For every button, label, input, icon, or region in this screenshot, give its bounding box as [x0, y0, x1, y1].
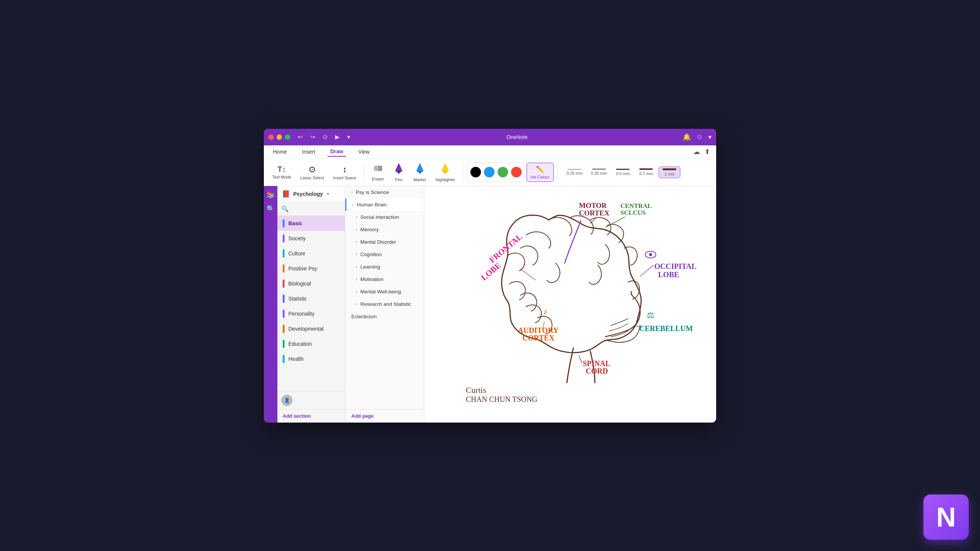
page-motivation-label: Motivation [360, 276, 384, 282]
pen-label: Pen [395, 177, 402, 182]
minimize-button[interactable] [277, 135, 282, 140]
sections-header: 📕 Psychology ▾ [277, 186, 345, 202]
page-eclecticism[interactable]: Eclecticism [345, 310, 424, 323]
forward-button[interactable]: ↪ [309, 133, 317, 141]
page-human-brain[interactable]: › Human Brain [345, 198, 424, 211]
insert-space-label: Insert Space [333, 176, 356, 180]
maximize-button[interactable] [285, 135, 290, 140]
page-memory-label: Memory [360, 227, 379, 232]
close-button[interactable] [268, 135, 274, 140]
stroke-1-line [663, 168, 676, 170]
color-red[interactable] [511, 167, 522, 177]
search-icon[interactable]: 🔍 [281, 206, 289, 212]
eraser-button[interactable]: Eraser [368, 161, 388, 183]
stroke-025-button[interactable]: 0.25 mm [563, 167, 586, 177]
section-personality[interactable]: Personality [277, 306, 345, 321]
section-education[interactable]: Education [277, 336, 345, 351]
section-education-label: Education [288, 341, 312, 347]
page-social-label: Social interaction [360, 214, 399, 220]
smiley-icon[interactable]: ☺ [696, 133, 703, 141]
auditory-cortex-label1: AUDITORY [518, 326, 558, 335]
menu-insert[interactable]: Insert [299, 147, 318, 156]
page-social-interaction[interactable]: › Social interaction [345, 211, 424, 223]
page-memory[interactable]: › Memory [345, 223, 424, 236]
color-green[interactable] [498, 167, 508, 177]
lasso-label: Lasso Select [301, 176, 324, 180]
menu-home[interactable]: Home [270, 147, 290, 156]
separator-3 [557, 163, 558, 181]
nav-forward2-button[interactable]: ▶ [334, 133, 341, 141]
section-biological[interactable]: Biological [277, 276, 345, 291]
section-society-label: Society [288, 235, 306, 241]
sections-list: Basic Society Culture Positive Psy Biolo… [277, 216, 345, 391]
bell-icon[interactable]: 🔔 [682, 133, 691, 141]
add-section-button[interactable]: Add section [277, 409, 345, 422]
color-palette [467, 162, 525, 182]
section-biological-label: Biological [288, 281, 311, 287]
signature-name: Curtis [466, 385, 538, 395]
page-chevron-1: › [351, 189, 353, 195]
lasso-select-button[interactable]: ⊙ Lasso Select [297, 162, 328, 182]
back-button[interactable]: ↩ [296, 133, 304, 141]
color-black[interactable] [470, 167, 481, 177]
eraser-label: Eraser [372, 177, 384, 181]
home-button[interactable]: ⊙ [321, 133, 329, 141]
user-avatar[interactable]: 👤 [281, 395, 293, 406]
text-mode-button[interactable]: T↕ Text Mode [268, 163, 295, 181]
stroke-035-button[interactable]: 0.35 mm [588, 167, 611, 177]
page-cognition[interactable]: › Cognition [345, 248, 424, 260]
stroke-035-line [592, 169, 606, 170]
stroke-sizes: 0.25 mm 0.35 mm 0.5 mm 0.7 mm 1 mm [563, 167, 681, 178]
page-mental-disorder[interactable]: › Mental Disorder [345, 236, 424, 248]
stroke-05-button[interactable]: 0.5 mm [612, 167, 633, 178]
section-developmental[interactable]: Developmental [277, 321, 345, 336]
title-chevron[interactable]: ▾ [708, 133, 712, 141]
canvas-area[interactable]: FRONTAL LOBE MOTOR CORTEX CENTRAL SCLCUS… [425, 186, 716, 422]
section-culture[interactable]: Culture [277, 246, 345, 261]
motor-cortex-label1: MOTOR [579, 202, 607, 210]
page-chevron-8: › [356, 276, 357, 282]
page-research-statistic[interactable]: › Research and Statistic [345, 298, 424, 310]
section-health-label: Health [288, 356, 304, 362]
section-basic[interactable]: Basic [277, 216, 345, 231]
stroke-025-label: 0.25 mm [566, 171, 583, 176]
highlighter-button[interactable]: Highlighter [431, 160, 459, 184]
toolbar: T↕ Text Mode ⊙ Lasso Select ↕ Insert Spa… [264, 159, 716, 186]
section-personality-label: Personality [288, 311, 314, 317]
page-chevron-9: › [356, 289, 357, 294]
menu-view[interactable]: View [355, 147, 373, 156]
stroke-025-line [568, 169, 581, 170]
stroke-07-button[interactable]: 0.7 mm [635, 167, 657, 178]
page-chevron-5: › [356, 239, 357, 245]
stroke-1-button[interactable]: 1 mm [659, 167, 680, 178]
nav-down-button[interactable]: ▾ [346, 133, 352, 141]
title-bar: ↩ ↪ ⊙ ▶ ▾ OneNote 🔔 ☺ ▾ [264, 129, 716, 145]
onenote-app-icon[interactable]: N [923, 494, 969, 540]
section-health[interactable]: Health [277, 351, 345, 367]
marker-button[interactable]: Marker [410, 160, 430, 184]
notebook-chevron[interactable]: ▾ [327, 191, 329, 197]
pen-button[interactable]: Pen [389, 160, 408, 184]
ink-colour-button[interactable]: ✏️ Ink Colour [527, 163, 554, 182]
share-icon[interactable]: ⬆ [705, 148, 710, 156]
cloud-icon[interactable]: ☁ [693, 148, 700, 156]
section-positive-psy[interactable]: Positive Psy [277, 261, 345, 276]
color-blue[interactable] [484, 167, 495, 177]
page-psy-is-science[interactable]: › Psy is Science [345, 186, 424, 198]
page-mental-wellbeing[interactable]: › Mental Well-being [345, 286, 424, 298]
insert-space-button[interactable]: ↕ Insert Space [329, 162, 360, 182]
page-learning[interactable]: › Learning [345, 260, 424, 273]
section-statistic[interactable]: Statistic [277, 291, 345, 306]
stroke-035-label: 0.35 mm [591, 171, 607, 176]
section-society-color [283, 234, 285, 243]
section-society[interactable]: Society [277, 231, 345, 246]
page-motivation[interactable]: › Motivation [345, 273, 424, 286]
signature-fullname: CHAN CHUN TSONG [466, 395, 538, 404]
traffic-lights [268, 135, 290, 140]
menu-draw[interactable]: Draw [327, 147, 346, 157]
section-statistic-color [283, 295, 285, 303]
sidebar-notebooks-icon[interactable]: 📚 [266, 191, 275, 199]
sidebar-search-icon[interactable]: 🔍 [266, 205, 275, 213]
page-learning-label: Learning [360, 264, 380, 270]
add-page-button[interactable]: Add page [345, 409, 424, 422]
